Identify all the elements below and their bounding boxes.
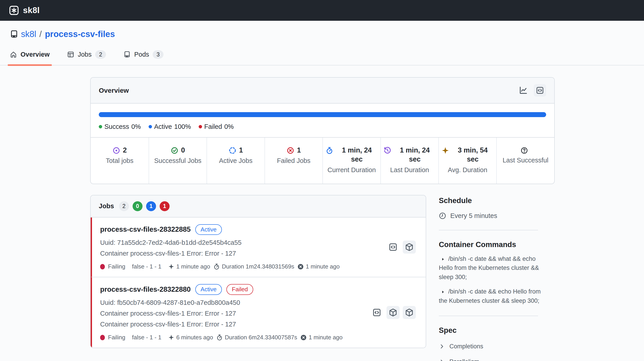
details-sidebar: Schedule Every 5 minutes Container Comma… — [439, 195, 555, 361]
spec-list: Completions Parallelism concurrencyPolic… — [439, 343, 555, 361]
overview-card-body: Success 0% Active 100% Failed 0% — [91, 104, 554, 137]
job-duration-value: Duration 6m24.334007587s — [225, 334, 297, 341]
code-square-icon — [536, 86, 544, 94]
job-uuid: Uuid: 71a55dc2-7ed2-4da6-b1dd-d2e545b4ca… — [100, 239, 376, 246]
stat-total-jobs: 2 Total jobs — [91, 138, 148, 184]
failing-dot-icon — [100, 335, 105, 340]
stat-active-jobs: 1 Active Jobs — [206, 138, 264, 184]
triangle-right-icon — [440, 290, 445, 294]
stat-avg-duration: 3 min, 54 sec Avg. Duration — [438, 138, 496, 184]
graph-view-button[interactable] — [517, 84, 530, 97]
overview-card-title: Overview — [99, 87, 129, 94]
chevron-right-icon — [439, 359, 445, 361]
code-square-icon — [372, 308, 381, 317]
stat-failed-jobs-label: Failed Jobs — [268, 157, 320, 164]
job-failed-time: 1 minute ago — [300, 334, 342, 341]
stat-last-successful: Last Successful — [496, 138, 554, 184]
job-yaml-button[interactable] — [370, 306, 383, 319]
overview-card-header: Overview — [91, 78, 554, 104]
job-container-button[interactable] — [403, 240, 416, 254]
job-started-ago: 1 minute ago — [176, 263, 210, 270]
code-square-icon — [389, 243, 397, 251]
progress-legend: Success 0% Active 100% Failed 0% — [99, 123, 546, 130]
job-status-badge-failed: Failed — [226, 284, 253, 295]
brand-name[interactable]: sk8l — [23, 6, 40, 15]
dashed-circle-icon — [229, 146, 236, 154]
stat-avg-duration-value: 3 min, 54 sec — [452, 146, 494, 164]
breadcrumb-namespace-link[interactable]: sk8l — [21, 29, 36, 39]
success-dot-icon — [99, 125, 102, 128]
stat-last-duration: 1 min, 24 sec Last Duration — [380, 138, 438, 184]
x-circle-icon — [286, 146, 294, 154]
job-yaml-button[interactable] — [386, 240, 400, 254]
stat-successful-jobs: 0 Successful Jobs — [148, 138, 206, 184]
job-status-row: Failing false - 1 - 1 6 minutes ago Dura… — [100, 334, 376, 341]
job-failed-time: 1 minute ago — [298, 263, 340, 270]
tab-pods-label: Pods — [134, 51, 149, 58]
job-completions: false - 1 - 1 — [132, 263, 162, 270]
legend-failed-value: 0% — [224, 123, 234, 130]
container-command[interactable]: /bin/sh -c date && what && echo Hello fr… — [439, 254, 542, 282]
job-started: 1 minute ago — [168, 263, 210, 270]
job-started-ago: 6 minutes ago — [176, 334, 213, 341]
overview-card-actions — [517, 84, 546, 97]
legend-active-label: Active — [154, 123, 172, 130]
check-circle-icon — [171, 146, 178, 154]
breadcrumb: sk8l / process-csv-files — [10, 29, 644, 39]
tab-pods-count-badge: 3 — [153, 50, 164, 59]
question-circle-icon — [520, 146, 528, 154]
top-navbar: sk8l — [0, 0, 644, 21]
job-name[interactable]: process-csv-files-28322885 — [100, 225, 191, 233]
container-command-text: /bin/sh -c date && what && echo Hello fr… — [439, 255, 539, 280]
stat-total-jobs-label: Total jobs — [93, 157, 146, 164]
spec-item-parallelism[interactable]: Parallelism — [439, 358, 555, 361]
graph-icon — [519, 86, 528, 95]
jobs-active-badge: 1 — [146, 201, 156, 211]
schedule-value: Every 5 minutes — [450, 212, 497, 220]
job-duration-value: Duration 1m24.348031569s — [222, 263, 294, 270]
schedule-heading: Schedule — [439, 196, 555, 205]
sparkle-icon — [442, 146, 449, 154]
table-icon — [67, 51, 74, 58]
job-container-error: Container process-csv-files-1 Error: Err… — [100, 321, 376, 328]
breadcrumb-separator: / — [40, 29, 42, 39]
spec-item-completions[interactable]: Completions — [439, 343, 555, 350]
jobs-failed-badge: 1 — [160, 201, 170, 211]
container-command[interactable]: /bin/sh -c date && echo Hello from the K… — [439, 287, 542, 305]
chevron-right-icon — [439, 343, 445, 349]
stat-failed-jobs-value: 1 — [297, 146, 301, 155]
legend-failed: Failed 0% — [199, 123, 234, 130]
job-list-item[interactable]: process-csv-files-28322880 Active Failed… — [91, 277, 426, 348]
job-failed-ago: 1 minute ago — [306, 263, 340, 270]
tab-jobs[interactable]: Jobs 2 — [66, 50, 107, 65]
jobs-card: Jobs 2 0 1 1 process-csv-files-28322885 … — [90, 195, 426, 348]
legend-active-value: 100% — [174, 123, 191, 130]
circle-dot-icon — [112, 146, 120, 154]
x-circle-fill-icon — [300, 334, 307, 341]
tab-pods[interactable]: Pods 3 — [123, 50, 164, 65]
job-duration: Duration 6m24.334007587s — [216, 334, 297, 341]
tab-overview[interactable]: Overview — [9, 50, 50, 65]
job-container-button[interactable] — [386, 306, 400, 319]
progress-active-segment — [99, 112, 546, 117]
container-icon — [405, 243, 414, 251]
stat-active-jobs-label: Active Jobs — [210, 157, 262, 164]
yaml-view-button[interactable] — [534, 84, 546, 97]
triangle-right-icon — [440, 257, 445, 261]
stat-failed-jobs: 1 Failed Jobs — [264, 138, 322, 184]
job-container-button[interactable] — [403, 306, 416, 319]
overview-card: Overview Success 0% — [90, 77, 555, 184]
breadcrumb-cronjob-link[interactable]: process-csv-files — [45, 29, 115, 39]
sparkle-icon — [168, 334, 174, 340]
schedule-value-row: Every 5 minutes — [439, 212, 555, 220]
sidebar-divider — [439, 230, 538, 230]
job-container-error: Container process-csv-files-1 Error: Err… — [100, 310, 376, 317]
stat-last-successful-label: Last Successful — [500, 157, 552, 164]
job-started: 6 minutes ago — [168, 334, 213, 341]
sparkle-icon — [168, 263, 174, 270]
job-list-item[interactable]: process-csv-files-28322885 Active Uuid: … — [91, 217, 426, 277]
repo-icon — [124, 51, 130, 58]
sk8l-logo-icon[interactable] — [9, 6, 19, 15]
job-actions — [386, 240, 416, 254]
job-name[interactable]: process-csv-files-28322880 — [100, 285, 191, 293]
